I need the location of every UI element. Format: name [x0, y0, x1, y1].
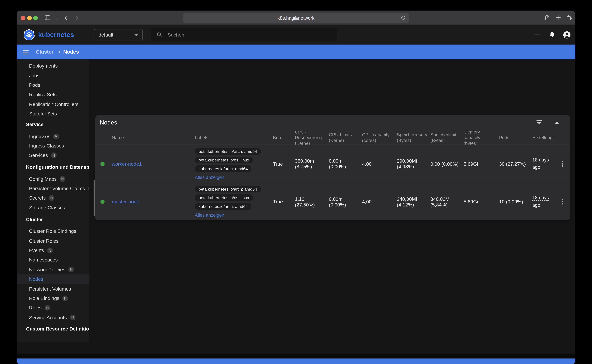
sidebar-item-stateful-sets[interactable]: Stateful Sets: [17, 109, 89, 119]
row-menu-cell: [554, 145, 570, 182]
sidebar-item-services[interactable]: ServicesN: [17, 150, 89, 160]
sidebar-item-secrets[interactable]: SecretsN: [17, 193, 89, 203]
table-row: master-node beta.kubernetes.io/arch: amd…: [95, 182, 570, 220]
sidebar-item-service-accounts[interactable]: Service AccountsN: [17, 313, 89, 322]
sidebar-toggle-icon[interactable]: [44, 14, 52, 22]
forward-icon[interactable]: [73, 14, 80, 21]
search-input[interactable]: [168, 32, 311, 38]
kubernetes-logo-icon: [23, 29, 35, 40]
breadcrumb-cluster[interactable]: Cluster: [36, 49, 53, 55]
sidebar-section-config-storage: Konfiguration und Datenspeicherun: [17, 161, 89, 173]
sidebar-item-replica-sets[interactable]: Replica Sets: [17, 90, 89, 99]
namespace-select[interactable]: default: [94, 29, 143, 40]
namespace-badge: N: [88, 186, 89, 191]
tabs-overview-icon[interactable]: [566, 14, 573, 21]
status-column-header: [95, 131, 109, 144]
sidebar-item-persistent-volume-claims[interactable]: Persistent Volume ClaimsN: [17, 184, 89, 193]
notifications-icon[interactable]: [548, 31, 556, 39]
toolbar-separator: [53, 15, 53, 21]
brand-name: kubernetes: [38, 31, 74, 39]
namespace-badge: N: [47, 247, 53, 253]
column-header-cpu-limits[interactable]: CPU-Limits (Kerne): [326, 131, 359, 144]
sidebar-item-network-policies[interactable]: Network PoliciesN: [17, 265, 89, 274]
column-header-cpu-capacity[interactable]: CPU capacity (cores): [359, 131, 394, 144]
namespace-badge: N: [49, 195, 54, 201]
sidebar-item-cluster-roles[interactable]: Cluster Roles: [17, 236, 89, 246]
pods-cell: 10 (9,09%): [496, 183, 529, 221]
chevron-down-icon[interactable]: [55, 17, 58, 20]
node-link[interactable]: worker-node1: [112, 161, 142, 167]
namespace-badge: N: [51, 153, 57, 158]
namespace-badge: N: [53, 133, 59, 139]
sidebar-item-storage-classes[interactable]: Storage Classes: [17, 203, 89, 213]
memory-reservation-cell: 290,00Mi (4,98%): [394, 145, 428, 182]
namespace-badge: N: [62, 295, 68, 301]
browser-toolbar: k8s.hagn.network: [17, 11, 575, 25]
menu-icon[interactable]: [23, 50, 29, 54]
show-all-link[interactable]: Alles anzeigen: [195, 212, 224, 218]
namespace-badge: N: [45, 305, 50, 311]
namespace-badge: N: [59, 176, 65, 182]
sidebar-item-ingresses[interactable]: IngressesN: [17, 131, 89, 141]
kebab-menu-icon[interactable]: [562, 161, 563, 167]
app-logo[interactable]: kubernetes: [23, 29, 74, 40]
sidebar-item-namespaces[interactable]: Namespaces: [17, 255, 89, 265]
minimize-window-button[interactable]: [27, 16, 32, 20]
name-cell: master-node: [109, 183, 192, 221]
created-cell: 18 days ago: [529, 183, 554, 221]
lock-icon: [294, 15, 298, 20]
back-icon[interactable]: [63, 14, 70, 21]
column-header-cpu-reservation[interactable]: CPU-Reservierung (Kerne): [292, 131, 326, 144]
card-title: Nodes: [100, 119, 117, 126]
sidebar-item-replication-controllers[interactable]: Replication Controllers: [17, 99, 89, 109]
sidebar-item-events[interactable]: EventsN: [17, 246, 89, 255]
namespace-badge: N: [68, 267, 74, 273]
sidebar-item-cluster-role-bindings[interactable]: Cluster Role Bindings: [17, 226, 89, 236]
filter-icon[interactable]: [536, 120, 542, 125]
column-header-pods[interactable]: Pods: [496, 131, 529, 144]
created-cell: 18 days ago: [529, 145, 554, 182]
account-icon[interactable]: [563, 31, 571, 39]
sidebar-item-config-maps[interactable]: Config MapsN: [17, 174, 89, 184]
column-header-memory-reservation[interactable]: Speicherreservierun (Bytes): [394, 131, 428, 144]
breadcrumb-separator-icon: [57, 50, 60, 53]
address-bar[interactable]: k8s.hagn.network: [183, 13, 409, 23]
sidebar-item-ingress-classes[interactable]: Ingress Classes: [17, 141, 89, 151]
column-header-name[interactable]: Name: [109, 131, 192, 144]
memory-capacity-cell: 5,69Gi: [460, 145, 496, 182]
sidebar-item-roles[interactable]: RolesN: [17, 303, 89, 313]
page-title: Nodes: [63, 49, 79, 55]
pods-cell: 30 (27,27%): [496, 145, 529, 182]
zoom-window-button[interactable]: [33, 16, 38, 20]
show-all-link[interactable]: Alles anzeigen: [195, 175, 224, 180]
column-header-created[interactable]: Erstellungsz: [529, 131, 554, 144]
reload-icon[interactable]: [400, 15, 406, 21]
node-link[interactable]: master-node: [112, 199, 139, 205]
browser-window: k8s.hagn.network: [17, 11, 575, 364]
new-tab-icon[interactable]: [555, 14, 561, 21]
column-header-ready[interactable]: Bereit: [270, 131, 292, 144]
dropdown-arrow-icon: [134, 34, 138, 36]
column-header-memory-capacity[interactable]: Memory capacity (bytes): [460, 131, 496, 144]
sidebar-item-jobs[interactable]: Jobs: [17, 71, 89, 80]
collapse-icon[interactable]: [555, 122, 559, 124]
share-icon[interactable]: [544, 14, 551, 21]
close-window-button[interactable]: [21, 16, 25, 20]
add-resource-icon[interactable]: [533, 31, 541, 39]
kebab-menu-icon[interactable]: [562, 199, 563, 205]
sidebar-item-persistent-volumes[interactable]: Persistent Volumes: [17, 284, 89, 293]
created-value[interactable]: 18 days ago: [532, 194, 552, 209]
sidebar-item-nodes[interactable]: Nodes: [17, 274, 89, 284]
label-chip: beta.kubernetes.io/os: linux: [195, 156, 253, 163]
column-header-labels[interactable]: Labels: [192, 131, 270, 144]
sidebar-item-deployments[interactable]: Deployments: [17, 61, 89, 71]
column-header-memory-limit[interactable]: Speicherlimit (Bytes): [428, 131, 460, 144]
ready-cell: True: [270, 183, 292, 221]
created-value[interactable]: 18 days ago: [532, 156, 552, 171]
label-chip: kubernetes.io/arch: amd64: [195, 165, 251, 172]
cpu-reservation-cell: 1,10 (27,50%): [292, 183, 326, 221]
search-icon: [156, 31, 163, 38]
sidebar-scrollbar-thumb[interactable]: [94, 180, 95, 216]
sidebar-item-role-bindings[interactable]: Role BindingsN: [17, 293, 89, 303]
sidebar-item-pods[interactable]: Pods: [17, 80, 89, 90]
